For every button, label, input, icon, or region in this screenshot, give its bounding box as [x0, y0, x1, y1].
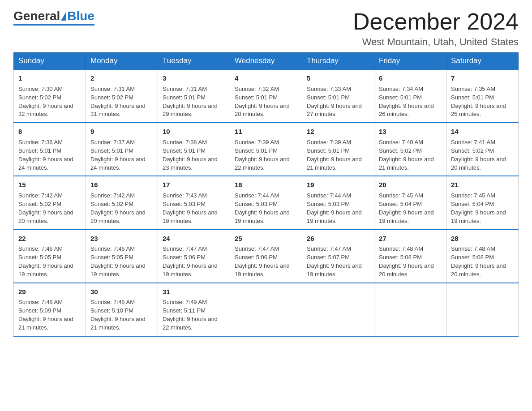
day-number: 25: [235, 234, 297, 244]
day-details: Sunrise: 7:48 AMSunset: 5:10 PMDaylight:…: [90, 298, 153, 332]
day-number: 19: [307, 180, 369, 190]
calendar-week-row: 29 Sunrise: 7:48 AMSunset: 5:09 PMDaylig…: [14, 283, 519, 336]
day-number: 18: [235, 180, 297, 190]
day-number: 2: [90, 73, 153, 83]
day-number: 9: [90, 127, 153, 137]
days-of-week-row: SundayMondayTuesdayWednesdayThursdayFrid…: [14, 53, 519, 70]
calendar-cell: 3 Sunrise: 7:31 AMSunset: 5:01 PMDayligh…: [158, 69, 230, 123]
day-details: Sunrise: 7:36 AMSunset: 5:01 PMDaylight:…: [18, 138, 81, 172]
day-of-week-header: Thursday: [302, 53, 374, 70]
day-details: Sunrise: 7:39 AMSunset: 5:01 PMDaylight:…: [235, 138, 297, 172]
day-of-week-header: Tuesday: [158, 53, 230, 70]
day-details: Sunrise: 7:40 AMSunset: 5:02 PMDaylight:…: [379, 138, 442, 172]
day-number: 10: [163, 127, 225, 137]
day-details: Sunrise: 7:38 AMSunset: 5:01 PMDaylight:…: [163, 138, 225, 172]
day-details: Sunrise: 7:37 AMSunset: 5:01 PMDaylight:…: [90, 138, 153, 172]
day-details: Sunrise: 7:42 AMSunset: 5:02 PMDaylight:…: [18, 192, 81, 225]
day-details: Sunrise: 7:31 AMSunset: 5:02 PMDaylight:…: [90, 85, 153, 119]
day-details: Sunrise: 7:45 AMSunset: 5:04 PMDaylight:…: [451, 192, 514, 225]
day-number: 24: [163, 234, 225, 244]
day-number: 29: [18, 287, 81, 297]
day-details: Sunrise: 7:42 AMSunset: 5:02 PMDaylight:…: [90, 192, 153, 225]
calendar-cell: 23 Sunrise: 7:46 AMSunset: 5:05 PMDaylig…: [86, 230, 158, 283]
calendar-cell: 9 Sunrise: 7:37 AMSunset: 5:01 PMDayligh…: [86, 123, 158, 176]
day-details: Sunrise: 7:49 AMSunset: 5:11 PMDaylight:…: [163, 298, 225, 332]
logo-triangle-icon: [61, 12, 66, 21]
calendar-cell: [302, 283, 374, 336]
calendar-cell: 29 Sunrise: 7:48 AMSunset: 5:09 PMDaylig…: [14, 283, 86, 336]
day-number: 6: [379, 73, 442, 83]
day-details: Sunrise: 7:47 AMSunset: 5:06 PMDaylight:…: [235, 245, 297, 278]
day-of-week-header: Saturday: [446, 53, 519, 70]
day-details: Sunrise: 7:45 AMSunset: 5:04 PMDaylight:…: [379, 192, 442, 225]
location-subtitle: West Mountain, Utah, United States: [353, 36, 519, 48]
day-details: Sunrise: 7:32 AMSunset: 5:01 PMDaylight:…: [235, 85, 297, 119]
title-block: December 2024 West Mountain, Utah, Unite…: [353, 9, 519, 48]
logo-general-text: General: [13, 9, 60, 23]
calendar-cell: 27 Sunrise: 7:48 AMSunset: 5:08 PMDaylig…: [374, 230, 446, 283]
calendar-cell: 15 Sunrise: 7:42 AMSunset: 5:02 PMDaylig…: [14, 176, 86, 229]
day-details: Sunrise: 7:43 AMSunset: 5:03 PMDaylight:…: [163, 192, 225, 225]
day-number: 28: [451, 234, 514, 244]
day-details: Sunrise: 7:48 AMSunset: 5:08 PMDaylight:…: [451, 245, 514, 278]
day-number: 8: [18, 127, 81, 137]
calendar-cell: 14 Sunrise: 7:41 AMSunset: 5:02 PMDaylig…: [446, 123, 519, 176]
day-number: 30: [90, 287, 153, 297]
calendar-table: SundayMondayTuesdayWednesdayThursdayFrid…: [13, 52, 519, 337]
day-of-week-header: Monday: [86, 53, 158, 70]
calendar-cell: [374, 283, 446, 336]
day-number: 23: [90, 234, 153, 244]
calendar-cell: [446, 283, 519, 336]
day-details: Sunrise: 7:35 AMSunset: 5:01 PMDaylight:…: [451, 85, 514, 119]
calendar-cell: 8 Sunrise: 7:36 AMSunset: 5:01 PMDayligh…: [14, 123, 86, 176]
calendar-cell: 19 Sunrise: 7:44 AMSunset: 5:03 PMDaylig…: [302, 176, 374, 229]
calendar-cell: 26 Sunrise: 7:47 AMSunset: 5:07 PMDaylig…: [302, 230, 374, 283]
day-number: 7: [451, 73, 514, 83]
day-details: Sunrise: 7:39 AMSunset: 5:01 PMDaylight:…: [307, 138, 369, 172]
day-details: Sunrise: 7:44 AMSunset: 5:03 PMDaylight:…: [235, 192, 297, 225]
calendar-cell: 4 Sunrise: 7:32 AMSunset: 5:01 PMDayligh…: [230, 69, 302, 123]
day-number: 27: [379, 234, 442, 244]
calendar-cell: 12 Sunrise: 7:39 AMSunset: 5:01 PMDaylig…: [302, 123, 374, 176]
day-details: Sunrise: 7:48 AMSunset: 5:08 PMDaylight:…: [379, 245, 442, 278]
calendar-week-row: 22 Sunrise: 7:46 AMSunset: 5:05 PMDaylig…: [14, 230, 519, 283]
day-details: Sunrise: 7:46 AMSunset: 5:05 PMDaylight:…: [18, 245, 81, 278]
calendar-week-row: 1 Sunrise: 7:30 AMSunset: 5:02 PMDayligh…: [14, 69, 519, 123]
day-number: 31: [163, 287, 225, 297]
calendar-cell: 11 Sunrise: 7:39 AMSunset: 5:01 PMDaylig…: [230, 123, 302, 176]
calendar-cell: 18 Sunrise: 7:44 AMSunset: 5:03 PMDaylig…: [230, 176, 302, 229]
day-number: 3: [163, 73, 225, 83]
day-number: 16: [90, 180, 153, 190]
day-details: Sunrise: 7:47 AMSunset: 5:06 PMDaylight:…: [163, 245, 225, 278]
calendar-week-row: 15 Sunrise: 7:42 AMSunset: 5:02 PMDaylig…: [14, 176, 519, 229]
day-number: 11: [235, 127, 297, 137]
day-details: Sunrise: 7:31 AMSunset: 5:01 PMDaylight:…: [163, 85, 225, 119]
day-details: Sunrise: 7:33 AMSunset: 5:01 PMDaylight:…: [307, 85, 369, 119]
page-header: General Blue December 2024 West Mountain…: [13, 9, 519, 48]
day-of-week-header: Wednesday: [230, 53, 302, 70]
day-number: 4: [235, 73, 297, 83]
day-number: 13: [379, 127, 442, 137]
calendar-cell: 17 Sunrise: 7:43 AMSunset: 5:03 PMDaylig…: [158, 176, 230, 229]
logo-underline: [13, 24, 94, 26]
day-of-week-header: Sunday: [14, 53, 86, 70]
calendar-cell: 1 Sunrise: 7:30 AMSunset: 5:02 PMDayligh…: [14, 69, 86, 123]
day-number: 12: [307, 127, 369, 137]
day-of-week-header: Friday: [374, 53, 446, 70]
calendar-cell: 10 Sunrise: 7:38 AMSunset: 5:01 PMDaylig…: [158, 123, 230, 176]
day-details: Sunrise: 7:44 AMSunset: 5:03 PMDaylight:…: [307, 192, 369, 225]
calendar-cell: 28 Sunrise: 7:48 AMSunset: 5:08 PMDaylig…: [446, 230, 519, 283]
calendar-cell: 31 Sunrise: 7:49 AMSunset: 5:11 PMDaylig…: [158, 283, 230, 336]
calendar-cell: 21 Sunrise: 7:45 AMSunset: 5:04 PMDaylig…: [446, 176, 519, 229]
calendar-cell: 22 Sunrise: 7:46 AMSunset: 5:05 PMDaylig…: [14, 230, 86, 283]
calendar-cell: 20 Sunrise: 7:45 AMSunset: 5:04 PMDaylig…: [374, 176, 446, 229]
calendar-cell: 7 Sunrise: 7:35 AMSunset: 5:01 PMDayligh…: [446, 69, 519, 123]
calendar-cell: 6 Sunrise: 7:34 AMSunset: 5:01 PMDayligh…: [374, 69, 446, 123]
day-details: Sunrise: 7:46 AMSunset: 5:05 PMDaylight:…: [90, 245, 153, 278]
day-details: Sunrise: 7:41 AMSunset: 5:02 PMDaylight:…: [451, 138, 514, 172]
calendar-cell: 13 Sunrise: 7:40 AMSunset: 5:02 PMDaylig…: [374, 123, 446, 176]
logo: General Blue: [13, 9, 94, 26]
calendar-cell: [230, 283, 302, 336]
day-number: 14: [451, 127, 514, 137]
calendar-cell: 30 Sunrise: 7:48 AMSunset: 5:10 PMDaylig…: [86, 283, 158, 336]
